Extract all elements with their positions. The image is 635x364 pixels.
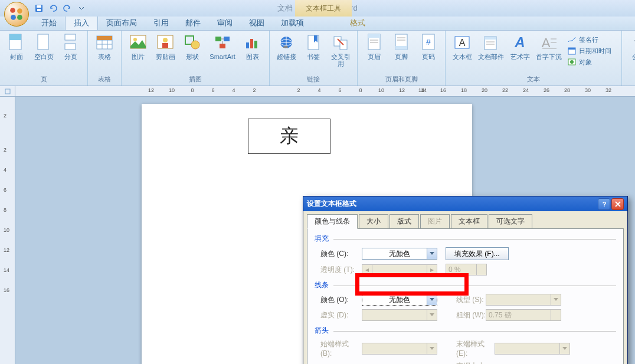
signature-icon bbox=[567, 35, 577, 44]
transparency-value: 0 % bbox=[446, 264, 487, 276]
svg-point-24 bbox=[191, 41, 199, 49]
svg-rect-28 bbox=[246, 42, 249, 48]
group-tables: 表格 表格 bbox=[88, 31, 122, 86]
shapes-button[interactable]: 形状 bbox=[179, 32, 205, 61]
cover-page-button[interactable]: 封面 bbox=[4, 32, 30, 61]
tab-references[interactable]: 引用 bbox=[145, 15, 177, 30]
fill-color-label: 颜色 (C): bbox=[315, 249, 362, 259]
tab-review[interactable]: 审阅 bbox=[209, 15, 241, 30]
fill-color-combo[interactable]: 无颜色 bbox=[362, 248, 437, 260]
crossref-button[interactable]: 交叉引用 bbox=[328, 32, 353, 68]
line-style-combo bbox=[486, 294, 561, 306]
datetime-icon bbox=[567, 46, 577, 55]
chevron-down-icon bbox=[427, 294, 437, 305]
chevron-down-icon bbox=[551, 294, 561, 305]
datetime-button[interactable]: 日期和时间 bbox=[565, 45, 618, 56]
begin-style-label: 始端样式 (B): bbox=[315, 339, 362, 358]
tab-addins[interactable]: 加载项 bbox=[273, 15, 312, 30]
tab-layout[interactable]: 页面布局 bbox=[98, 15, 145, 30]
vertical-ruler[interactable]: 2246810121416 bbox=[0, 97, 15, 364]
qat-customize-icon[interactable] bbox=[75, 2, 88, 14]
dialog-tab-size[interactable]: 大小 bbox=[359, 214, 388, 228]
svg-rect-58 bbox=[568, 48, 575, 50]
svg-rect-22 bbox=[162, 43, 168, 48]
dialog-help-button[interactable]: ? bbox=[598, 198, 610, 210]
svg-point-60 bbox=[570, 60, 574, 64]
tab-view[interactable]: 视图 bbox=[241, 15, 273, 30]
fill-effects-button[interactable]: 填充效果 (F)... bbox=[446, 247, 509, 260]
table-button[interactable]: 表格 bbox=[91, 32, 117, 61]
smartart-button[interactable]: SmartArt bbox=[207, 32, 238, 61]
hyperlink-button[interactable]: 超链接 bbox=[273, 32, 299, 61]
group-links: 超链接 书签 交叉引用 链接 bbox=[270, 31, 358, 86]
page-break-button[interactable]: 分页 bbox=[58, 32, 84, 61]
dialog-tab-layout[interactable]: 版式 bbox=[389, 214, 419, 228]
end-size-label: 末端大小 (Z): bbox=[450, 361, 495, 364]
chevron-left-icon: ◂ bbox=[362, 265, 372, 274]
blank-page-button[interactable]: 空白页 bbox=[31, 32, 57, 61]
svg-text:A: A bbox=[542, 35, 551, 50]
line-style-label: 线型 (S): bbox=[450, 295, 486, 305]
svg-point-1 bbox=[17, 8, 22, 14]
end-style-label: 末端样式 (E): bbox=[450, 339, 495, 358]
redo-icon[interactable] bbox=[61, 2, 74, 14]
bookmark-button[interactable]: 书签 bbox=[300, 32, 326, 61]
dialog-title: 设置文本框格式 bbox=[307, 199, 597, 209]
wordart-button[interactable]: A艺术字 bbox=[507, 32, 533, 61]
footer-button[interactable]: 页脚 bbox=[388, 32, 414, 61]
svg-rect-29 bbox=[250, 39, 253, 48]
tab-home[interactable]: 开始 bbox=[33, 15, 65, 30]
dialog-tab-colors[interactable]: 颜色与线条 bbox=[307, 214, 358, 229]
svg-rect-9 bbox=[38, 34, 48, 50]
textbox-button[interactable]: A文本框 bbox=[449, 32, 475, 61]
save-icon[interactable] bbox=[32, 2, 45, 14]
dialog-tab-alttext[interactable]: 可选文字 bbox=[489, 214, 532, 228]
line-dash-label: 虚实 (D): bbox=[315, 310, 362, 320]
svg-rect-6 bbox=[37, 9, 41, 11]
dialog-close-button[interactable] bbox=[611, 198, 624, 210]
chart-button[interactable]: 图表 bbox=[240, 32, 266, 61]
svg-rect-41 bbox=[395, 46, 407, 50]
svg-rect-5 bbox=[37, 5, 41, 8]
svg-rect-63 bbox=[5, 89, 10, 94]
dropcap-button[interactable]: A首字下沉 bbox=[534, 32, 564, 61]
svg-rect-10 bbox=[65, 34, 76, 40]
line-color-combo[interactable]: 无颜色 bbox=[362, 294, 437, 306]
dialog-tab-picture: 图片 bbox=[420, 214, 450, 228]
signature-button[interactable]: 签名行 bbox=[565, 34, 618, 45]
group-text: A文本框 文档部件 A艺术字 A首字下沉 签名行 日期和时间 对象 文本 bbox=[446, 31, 622, 86]
object-button[interactable]: 对象 bbox=[565, 57, 618, 67]
dialog-titlebar[interactable]: 设置文本框格式 ? bbox=[303, 196, 627, 211]
office-button[interactable] bbox=[4, 2, 29, 27]
svg-rect-25 bbox=[215, 37, 221, 41]
svg-text:?: ? bbox=[602, 201, 606, 208]
group-headerfooter: 页眉 页脚 #页码 页眉和页脚 bbox=[358, 31, 446, 86]
equation-button[interactable]: π公式 bbox=[626, 32, 635, 61]
undo-icon[interactable] bbox=[47, 2, 60, 14]
document-textbox[interactable]: 亲 bbox=[248, 119, 330, 154]
horizontal-ruler[interactable]: 12108642246810121414161820222426283032 bbox=[15, 86, 635, 97]
pagenum-button[interactable]: #页码 bbox=[415, 32, 441, 61]
chevron-down-icon bbox=[427, 248, 437, 259]
svg-text:#: # bbox=[426, 37, 431, 47]
tab-format[interactable]: 格式 bbox=[342, 15, 374, 30]
tab-mail[interactable]: 邮件 bbox=[177, 15, 209, 30]
header-button[interactable]: 页眉 bbox=[361, 32, 387, 61]
format-textbox-dialog: 设置文本框格式 ? 颜色与线条 大小 版式 图片 文本框 可选文字 填充 颜色 … bbox=[303, 196, 628, 364]
dialog-tab-textbox[interactable]: 文本框 bbox=[451, 214, 487, 228]
tab-insert[interactable]: 插入 bbox=[65, 15, 98, 30]
picture-button[interactable]: 图片 bbox=[125, 32, 151, 61]
line-color-label: 颜色 (O): bbox=[315, 295, 362, 305]
svg-point-2 bbox=[11, 15, 16, 20]
chevron-down-icon bbox=[551, 310, 561, 320]
ruler-corner[interactable] bbox=[0, 86, 15, 97]
svg-rect-49 bbox=[485, 37, 496, 40]
svg-rect-8 bbox=[9, 34, 21, 40]
svg-point-19 bbox=[133, 38, 137, 41]
object-icon bbox=[567, 57, 577, 67]
group-illustrations: 图片 剪贴画 形状 SmartArt 图表 插图 bbox=[122, 31, 270, 86]
svg-rect-26 bbox=[224, 37, 230, 41]
line-dash-combo bbox=[362, 309, 437, 321]
clipart-button[interactable]: 剪贴画 bbox=[152, 32, 178, 61]
quickparts-button[interactable]: 文档部件 bbox=[476, 32, 506, 61]
